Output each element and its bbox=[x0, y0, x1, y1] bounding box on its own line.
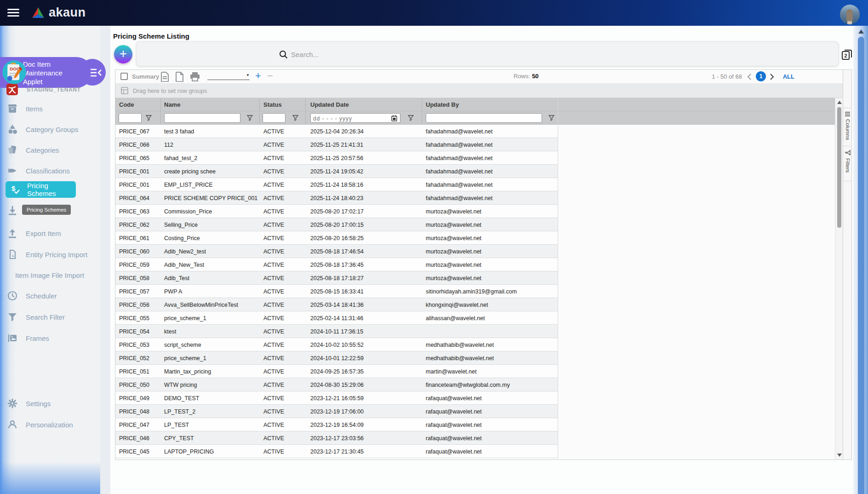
sidebar-item-scheduler[interactable]: Scheduler bbox=[0, 289, 100, 303]
cell-name: Adib_New_Test bbox=[164, 262, 204, 268]
sidebar-item-frames[interactable]: Frames bbox=[0, 331, 100, 345]
table-row[interactable]: PRICE_058 Adib_Test ACTIVE 2025-08-18 17… bbox=[115, 271, 558, 285]
table-row[interactable]: PRICE_001 create pricing schee ACTIVE 20… bbox=[115, 165, 558, 178]
funnel-filter-icon[interactable] bbox=[408, 115, 414, 121]
sidebar-item-label: Classifications bbox=[26, 167, 70, 175]
column-header-name[interactable]: Name bbox=[164, 101, 180, 108]
table-row[interactable]: PRICE_045 LAPTOP_PRICING ACTIVE 2023-12-… bbox=[115, 445, 558, 458]
table-row[interactable]: PRICE_057 PWP A ACTIVE 2025-08-15 16:33:… bbox=[115, 285, 558, 298]
filter-input-name[interactable] bbox=[164, 113, 240, 123]
grid-scrollbar-thumb[interactable] bbox=[837, 107, 841, 228]
grid-scroll-up-arrow[interactable] bbox=[837, 101, 842, 104]
print-icon[interactable] bbox=[190, 72, 200, 81]
grid-scroll-down-arrow[interactable] bbox=[837, 454, 842, 457]
table-row[interactable]: PRICE_049 DEMO_TEST ACTIVE 2023-12-21 16… bbox=[115, 391, 558, 405]
table-row[interactable]: PRICE_056 Avva_SellBelowMinPriceTest ACT… bbox=[115, 298, 558, 311]
current-page-badge[interactable]: 1 bbox=[756, 71, 766, 81]
next-page-icon[interactable] bbox=[770, 74, 774, 80]
table-row[interactable]: PRICE_046 CPY_TEST ACTIVE 2023-12-17 23:… bbox=[115, 431, 558, 445]
sidebar-item-export-item[interactable]: Export Item bbox=[0, 226, 100, 240]
column-separator bbox=[305, 98, 306, 125]
table-row[interactable]: PRICE_053 script_scheme ACTIVE 2024-10-0… bbox=[115, 338, 558, 351]
collapse-sidebar-icon[interactable] bbox=[90, 68, 102, 77]
export-file-icon[interactable] bbox=[160, 72, 169, 82]
prev-page-icon[interactable] bbox=[747, 74, 751, 80]
table-row[interactable]: PRICE_052 price_scheme_1 ACTIVE 2024-10-… bbox=[115, 351, 558, 365]
filter-input-code[interactable] bbox=[119, 113, 142, 123]
sidebar-item-item-image-file-import[interactable]: Item Image File Import bbox=[0, 268, 100, 282]
table-row[interactable]: PRICE_061 Costing_Price ACTIVE 2025-08-2… bbox=[115, 231, 558, 245]
cell-code: PRICE_060 bbox=[119, 248, 149, 255]
table-row[interactable]: PRICE_055 price_scheme_1 ACTIVE 2025-02-… bbox=[115, 311, 558, 325]
sidebar-item-personalization[interactable]: Personalization bbox=[0, 418, 100, 431]
hamburger-menu-icon[interactable] bbox=[7, 9, 19, 17]
tab-filters[interactable]: Filters bbox=[843, 146, 852, 181]
grid-side-toolbar: Columns Filters bbox=[843, 70, 851, 460]
pages-count-icon[interactable]: 2 bbox=[841, 49, 852, 61]
page-scrollbar-thumb[interactable] bbox=[858, 37, 864, 494]
tab-filters-label: Filters bbox=[845, 158, 851, 172]
cell-code: PRICE_052 bbox=[119, 355, 149, 362]
table-row[interactable]: PRICE_047 LP_TEST ACTIVE 2023-12-19 16:5… bbox=[115, 418, 558, 431]
page-scrollbar[interactable] bbox=[853, 26, 868, 494]
table-row[interactable]: PRICE_001 EMP_LIST_PRICE ACTIVE 2025-11-… bbox=[115, 178, 558, 191]
sidebar-item-classifications[interactable]: Classifications bbox=[0, 164, 100, 178]
column-header-updated-date[interactable]: Updated Date bbox=[310, 101, 349, 108]
table-row[interactable]: PRICE_059 Adib_New_Test ACTIVE 2025-08-1… bbox=[115, 258, 558, 271]
row-group-drop-zone[interactable]: Drag here to set row groups bbox=[115, 83, 851, 98]
table-row[interactable]: PRICE_054 ktest ACTIVE 2024-10-11 17:36:… bbox=[115, 325, 558, 338]
cell-status: ACTIVE bbox=[263, 435, 284, 442]
table-row[interactable]: PRICE_051 Martin_tax_pricing ACTIVE 2024… bbox=[115, 365, 558, 378]
funnel-filter-icon[interactable] bbox=[292, 115, 298, 121]
column-header-code[interactable]: Code bbox=[119, 101, 134, 108]
table-row[interactable]: PRICE_063 Commission_Price ACTIVE 2025-0… bbox=[115, 205, 558, 218]
cell-updated-date: 2025-11-24 19:05:42 bbox=[310, 168, 363, 175]
funnel-filter-icon[interactable] bbox=[247, 115, 253, 121]
funnel-filter-icon[interactable] bbox=[146, 115, 152, 121]
sidebar-item-entity-pricing-import[interactable]: Entity Pricing Import bbox=[0, 247, 100, 261]
table-row[interactable]: PRICE_065 fahad_test_2 ACTIVE 2025-11-25… bbox=[115, 151, 558, 165]
akaun-triangle-icon bbox=[31, 7, 45, 19]
filter-input-updated-by[interactable] bbox=[426, 113, 542, 123]
tab-columns[interactable]: Columns bbox=[843, 108, 852, 146]
cell-updated-by: khongxinqi@wavelet.net bbox=[426, 302, 488, 308]
view-select-dropdown[interactable] bbox=[207, 71, 250, 80]
page-scroll-up-arrow[interactable] bbox=[858, 29, 864, 34]
table-row[interactable]: PRICE_048 LP_TEST_2 ACTIVE 2023-12-19 17… bbox=[115, 405, 558, 418]
column-header-status[interactable]: Status bbox=[263, 101, 282, 108]
filter-input-status[interactable] bbox=[263, 113, 286, 123]
row-group-hint: Drag here to set row groups bbox=[133, 87, 207, 94]
sidebar-item-label: Item Image File Import bbox=[15, 271, 84, 279]
sidebar-item-categories[interactable]: Categories bbox=[0, 143, 100, 157]
cell-status: ACTIVE bbox=[263, 448, 284, 455]
cell-code: PRICE_047 bbox=[119, 422, 149, 428]
funnel-filter-icon[interactable] bbox=[548, 115, 554, 121]
calendar-icon[interactable] bbox=[391, 115, 397, 121]
sidebar-item-items[interactable]: Items bbox=[0, 102, 100, 115]
summary-checkbox[interactable] bbox=[120, 73, 128, 80]
doc-applet-icon: DOC bbox=[2, 60, 27, 85]
sidebar-item-tenant[interactable]: STAGING_TENANT bbox=[6, 84, 81, 95]
sidebar-item-category-groups[interactable]: Category Groups bbox=[0, 122, 100, 136]
sidebar-item-pricing-schemes[interactable]: $ Pricing Schemes bbox=[6, 181, 76, 198]
cell-name: Adib_Test bbox=[164, 275, 189, 281]
user-avatar[interactable] bbox=[840, 5, 860, 24]
cell-status: ACTIVE bbox=[263, 408, 284, 415]
table-row[interactable]: PRICE_062 Selling_Price ACTIVE 2025-08-2… bbox=[115, 218, 558, 231]
grid-scrollbar[interactable] bbox=[835, 98, 843, 460]
add-view-button[interactable]: + bbox=[255, 70, 261, 82]
blank-file-icon[interactable] bbox=[175, 72, 184, 82]
table-row[interactable]: PRICE_064 PRICE SCHEME COPY PRICE_001 AC… bbox=[115, 191, 558, 205]
table-row[interactable]: PRICE_060 Adib_New2_test ACTIVE 2025-08-… bbox=[115, 245, 558, 258]
table-row[interactable]: PRICE_067 test 3 fahad ACTIVE 2025-12-04… bbox=[115, 125, 558, 138]
show-all-button[interactable]: ALL bbox=[783, 73, 794, 80]
sidebar-item-search-filter[interactable]: Search Filter bbox=[0, 310, 100, 324]
column-header-updated-by[interactable]: Updated By bbox=[426, 101, 459, 108]
table-row[interactable]: PRICE_050 WTW pricing ACTIVE 2024-08-30 … bbox=[115, 378, 558, 391]
sidebar-item-settings[interactable]: Settings bbox=[0, 396, 100, 410]
table-row[interactable]: PRICE_066 112 ACTIVE 2025-11-25 21:41:31… bbox=[115, 138, 558, 151]
remove-view-button[interactable]: − bbox=[267, 70, 273, 82]
sidebar-item-label: Entity Pricing Import bbox=[26, 251, 87, 258]
search-input[interactable] bbox=[291, 48, 843, 60]
add-button[interactable] bbox=[114, 45, 132, 63]
